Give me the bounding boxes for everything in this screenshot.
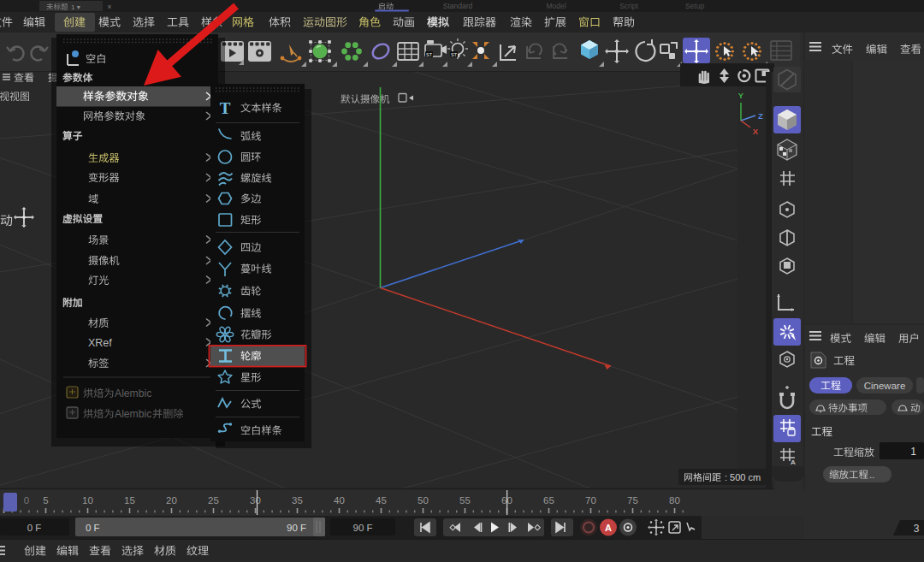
svg-text:50: 50 [418, 495, 429, 506]
svg-text:Setup: Setup [685, 2, 704, 10]
svg-text:Cineware: Cineware [864, 381, 906, 391]
svg-text:25: 25 [208, 495, 219, 506]
svg-text:ST: ST [451, 52, 458, 57]
svg-text:1: 1 [910, 446, 916, 458]
svg-text:Y: Y [738, 91, 744, 100]
svg-text:15: 15 [124, 495, 135, 506]
svg-text:3: 3 [914, 523, 920, 535]
svg-text:Script: Script [619, 2, 638, 10]
svg-text:20: 20 [166, 495, 177, 506]
svg-text:65: 65 [543, 495, 554, 506]
svg-text:35: 35 [292, 495, 303, 506]
svg-text:80: 80 [669, 495, 680, 506]
svg-text:A: A [791, 458, 796, 466]
svg-text:55: 55 [459, 495, 471, 506]
svg-text:Alembic: Alembic [115, 387, 151, 399]
svg-text:Alembic: Alembic [115, 408, 151, 420]
svg-text:90 F: 90 F [352, 523, 372, 533]
svg-text:10: 10 [82, 495, 93, 506]
svg-text:45: 45 [376, 495, 387, 506]
svg-text:A: A [605, 523, 612, 533]
svg-text:0 F: 0 F [27, 523, 42, 533]
svg-text:ST: ST [426, 52, 433, 57]
svg-text:1 ▾: 1 ▾ [71, 3, 80, 11]
svg-text:Standard: Standard [443, 2, 473, 10]
svg-text:30: 30 [250, 495, 261, 506]
svg-text:Model: Model [546, 2, 566, 10]
svg-text:70: 70 [585, 495, 596, 506]
svg-text:XRef: XRef [88, 337, 112, 349]
svg-text:X: X [753, 127, 759, 136]
svg-text:0: 0 [24, 495, 29, 506]
svg-text:90 F: 90 F [287, 523, 306, 533]
svg-text:T: T [220, 99, 231, 117]
svg-text:5: 5 [43, 495, 48, 506]
svg-text:40: 40 [334, 495, 345, 506]
svg-text:0 F: 0 F [86, 523, 100, 533]
svg-text:..: .. [869, 470, 874, 480]
svg-text:Z: Z [758, 111, 763, 121]
svg-text:: 500 cm: : 500 cm [725, 472, 761, 482]
svg-text:×: × [107, 3, 111, 11]
svg-text:75: 75 [627, 495, 638, 506]
